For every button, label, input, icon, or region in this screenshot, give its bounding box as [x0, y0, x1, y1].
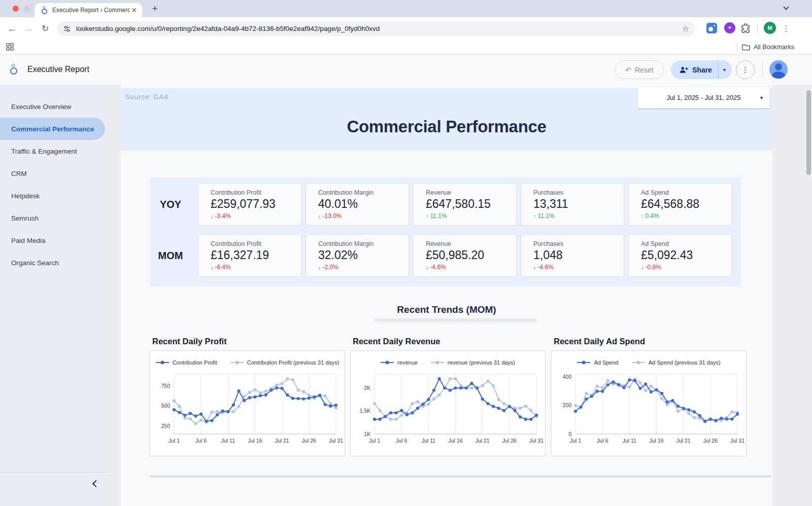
apps-grid-icon[interactable]	[6, 43, 14, 51]
metric-delta: ↓-4.6%	[533, 264, 619, 271]
delta-arrow-icon: ↓	[533, 264, 536, 270]
delta-arrow-icon: ↓	[641, 264, 644, 270]
scorecard-mom-ad-spend: Ad Spend £5,092.43 ↓-0.8%	[628, 234, 732, 277]
trends-underline	[375, 318, 537, 322]
extensions-puzzle-icon[interactable]	[740, 23, 751, 33]
metric-label: Ad Spend	[641, 189, 726, 196]
svg-text:Jul 16: Jul 16	[248, 438, 262, 444]
sidebar-item-helpdesk[interactable]: Helpdesk	[0, 185, 110, 207]
metric-value: £5,092.43	[641, 248, 726, 262]
svg-text:Jul 11: Jul 11	[221, 438, 235, 444]
site-settings-icon[interactable]	[63, 25, 71, 33]
delta-arrow-icon: ↑	[426, 213, 429, 219]
looker-studio-favicon	[41, 6, 48, 14]
metric-label: Contribution Profit	[211, 189, 296, 196]
svg-text:Jul 21: Jul 21	[676, 438, 691, 444]
svg-text:200: 200	[562, 402, 571, 408]
svg-text:Jul 1: Jul 1	[168, 438, 180, 444]
sidebar-item-organic-search[interactable]: Organic Search	[0, 251, 110, 274]
chart-title: Recent Daily Revenue	[353, 337, 546, 346]
svg-text:Jul 21: Jul 21	[275, 438, 289, 444]
chart-title: Recent Daily Ad Spend	[554, 337, 747, 346]
window-close-button[interactable]	[13, 6, 19, 12]
svg-text:Jul 26: Jul 26	[703, 438, 718, 444]
scorecard-row-label: MOM	[150, 234, 191, 277]
new-tab-button[interactable]: +	[148, 2, 161, 15]
chart-card: Ad SpendAd Spend (previous 31 days) 0200…	[551, 350, 747, 456]
reset-button[interactable]: ↶ Reset	[615, 60, 664, 79]
line-chart[interactable]: 0200400Jul 1Jul 6Jul 11Jul 16Jul 21Jul 2…	[552, 351, 746, 457]
sidebar-item-semrush[interactable]: Semrush	[0, 207, 110, 229]
all-bookmarks-button[interactable]: All Bookmarks	[742, 42, 794, 52]
chart-title: Recent Daily Profit	[152, 337, 345, 346]
person-add-icon	[679, 66, 688, 74]
share-dropdown-caret[interactable]: ▾	[719, 67, 732, 73]
sidebar-item-commercial-performance[interactable]: Commercial Performance	[0, 118, 105, 140]
scorecard-row: YOY Contribution Profit £259,077.93 ↓-3.…	[150, 183, 741, 226]
tab-search-chevron-icon[interactable]	[783, 4, 789, 10]
svg-text:Jul 26: Jul 26	[302, 438, 316, 444]
back-icon[interactable]: ←	[5, 22, 19, 36]
browser-profile-avatar[interactable]: M	[764, 22, 776, 34]
extension-icon-blue[interactable]	[706, 23, 717, 33]
share-button[interactable]: Share ▾	[671, 60, 732, 79]
window-minimize-button[interactable]	[24, 6, 30, 12]
address-bar[interactable]: lookerstudio.google.com/u/0/reporting/2e…	[57, 21, 695, 36]
delta-arrow-icon: ↓	[211, 264, 214, 270]
metric-value: £647,580.15	[426, 197, 511, 211]
sidebar-collapse-icon[interactable]	[92, 480, 99, 487]
scorecard-yoy-revenue: Revenue £647,580.15 ↑11.1%	[413, 183, 517, 226]
sidebar-item-paid-media[interactable]: Paid Media	[0, 229, 110, 251]
more-options-button[interactable]: ⋮	[736, 60, 755, 79]
page-title: Commercial Performance	[121, 117, 772, 136]
forward-icon[interactable]: →	[21, 22, 36, 36]
url-text: lookerstudio.google.com/u/0/reporting/2e…	[76, 25, 682, 32]
bookmark-star-icon[interactable]: ☆	[682, 24, 689, 33]
browser-tab-strip: Executive Report › Commerc ✕ +	[0, 0, 812, 17]
delta-arrow-icon: ↓	[318, 264, 321, 270]
metric-value: 32.02%	[318, 248, 403, 262]
chart-legend: Contribution ProfitContribution Profit (…	[150, 359, 345, 366]
svg-text:Jul 1: Jul 1	[570, 438, 581, 444]
scorecard-yoy-contribution-profit: Contribution Profit £259,077.93 ↓-3.4%	[198, 183, 301, 226]
metric-value: 13,311	[533, 197, 619, 211]
sidebar-item-traffic-engagement[interactable]: Traffic & Engagement	[0, 140, 110, 162]
chart-legend: revenuerevenue (previous 31 days)	[351, 359, 545, 366]
sidebar-item-crm[interactable]: CRM	[0, 162, 110, 185]
user-avatar[interactable]	[769, 60, 788, 79]
tab-close-icon[interactable]: ✕	[130, 7, 138, 14]
browser-menu-icon[interactable]: ⋮	[782, 22, 791, 35]
svg-text:1.5K: 1.5K	[359, 408, 370, 414]
report-header: Executive Report ↶ Reset Share ▾ ⋮	[0, 54, 812, 85]
scorecard-panel: YOY Contribution Profit £259,077.93 ↓-3.…	[150, 177, 741, 286]
svg-text:Jul 31: Jul 31	[730, 438, 745, 444]
scorecard-mom-contribution-margin: Contribution Margin 32.02% ↓-2.0%	[306, 234, 409, 277]
date-range-selector[interactable]: Jul 1, 2025 - Jul 31, 2025 ▾	[637, 86, 770, 109]
browser-tab[interactable]: Executive Report › Commerc ✕	[35, 3, 142, 17]
svg-text:Jul 6: Jul 6	[396, 438, 407, 444]
date-range-value: Jul 1, 2025 - Jul 31, 2025	[667, 94, 741, 101]
chart-card: Contribution ProfitContribution Profit (…	[150, 350, 345, 456]
svg-text:Jul 21: Jul 21	[476, 438, 490, 444]
report-area: Source: GA4 Commercial Performance Jul 1…	[110, 85, 812, 506]
looker-studio-logo	[9, 64, 19, 75]
sidebar-item-executive-overview[interactable]: Executive Overview	[0, 95, 110, 118]
legend-item: Ad Spend (previous 31 days)	[632, 359, 721, 366]
metric-value: 40.01%	[318, 197, 403, 211]
line-chart[interactable]: 1K1.5K2KJul 1Jul 6Jul 11Jul 16Jul 21Jul …	[351, 351, 545, 457]
extension-icon-purple[interactable]: ✦	[724, 22, 735, 33]
tab-title: Executive Report › Commerc	[52, 7, 130, 14]
metric-label: Contribution Margin	[318, 189, 403, 196]
metric-delta: ↓-4.6%	[426, 264, 511, 271]
reload-icon[interactable]: ↻	[38, 22, 52, 36]
scorecard-mom-contribution-profit: Contribution Profit £16,327.19 ↓-6.4%	[198, 234, 301, 277]
delta-arrow-icon: ↓	[318, 213, 321, 219]
scorecard-yoy-ad-spend: Ad Spend £64,568.88 ↑0.4%	[628, 183, 732, 226]
all-bookmarks-label: All Bookmarks	[754, 44, 794, 51]
vertical-scrollbar[interactable]	[806, 90, 811, 175]
legend-item: Ad Spend	[577, 359, 618, 366]
line-chart[interactable]: 250500750Jul 1Jul 6Jul 11Jul 16Jul 21Jul…	[150, 351, 345, 457]
metric-value: £50,985.20	[426, 248, 511, 262]
date-range-caret-icon: ▾	[760, 95, 763, 100]
metric-label: Ad Spend	[641, 240, 726, 247]
